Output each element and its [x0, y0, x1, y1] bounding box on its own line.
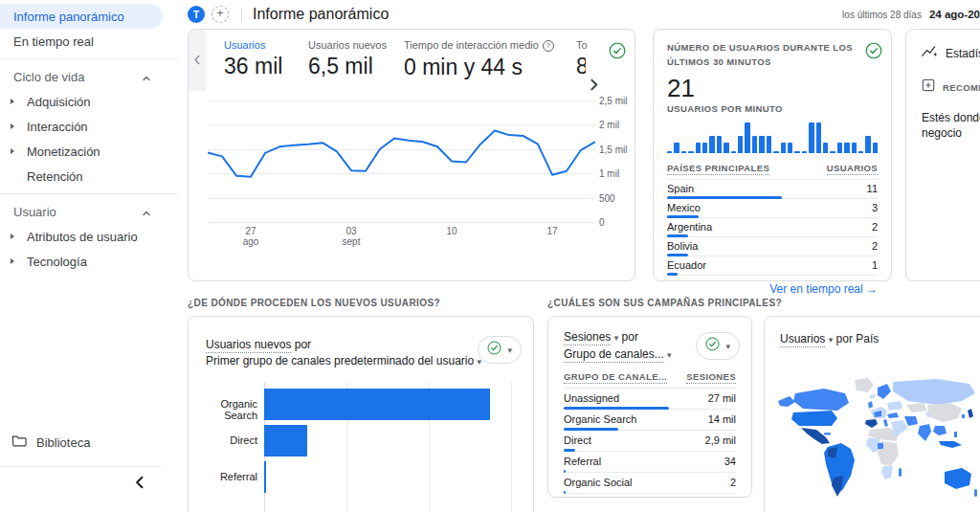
sidebar-divider — [0, 466, 163, 467]
chevron-up-icon[interactable] — [142, 207, 151, 221]
session-row-organic-social[interactable]: Organic Social2 — [564, 473, 736, 494]
sidebar-item-biblioteca[interactable]: Biblioteca — [0, 429, 90, 456]
overview-card: Usuarios36 milUsuarios nuevos6,5 milTiem… — [188, 29, 635, 281]
dimension-selector[interactable]: Primer grupo de canales predeterminado d… — [206, 353, 481, 370]
expand-arrow-icon[interactable] — [11, 258, 14, 264]
metric-usuarios-nuevos[interactable]: Usuarios nuevos6,5 mil — [308, 39, 396, 80]
country-name: Spain — [667, 183, 694, 194]
country-users: 1 — [872, 259, 878, 271]
minute-bar — [809, 122, 813, 153]
session-row-referral[interactable]: Referral34 — [564, 452, 736, 473]
bar-label: Referral — [189, 471, 257, 482]
sidebar-item-retencion[interactable]: Retención — [0, 164, 178, 189]
folder-icon — [11, 434, 27, 450]
minute-bar — [802, 151, 807, 153]
metric-label: Usuarios — [224, 39, 301, 51]
session-row-organic-search[interactable]: Organic Search14 mil — [564, 410, 736, 431]
card-options-button[interactable]: ▾ — [696, 332, 740, 360]
minute-bar — [844, 143, 849, 153]
page-title: Informe panorámico — [253, 6, 389, 23]
world-map[interactable] — [774, 376, 980, 512]
sidebar-item-informe-panoramico[interactable]: Informe panorámico — [0, 4, 163, 29]
minute-bar — [738, 136, 743, 153]
metric-label: Tiempo de interacción medio? — [404, 39, 568, 52]
expand-arrow-icon[interactable] — [11, 99, 14, 104]
x-axis-labels: 27ago03sept1017 — [208, 226, 595, 251]
sessions-card: Sesiones ▾ por Grupo de canales... ▾ ▾ G… — [547, 316, 752, 498]
plus-box-icon — [922, 78, 935, 96]
expand-arrow-icon[interactable] — [11, 234, 14, 239]
country-row-spain[interactable]: Spain11 — [667, 180, 878, 199]
minute-bar — [674, 143, 679, 153]
minute-bar — [781, 143, 786, 153]
sessions-value: 34 — [724, 456, 736, 467]
minute-bar — [731, 151, 736, 153]
metric-value: 8 — [576, 54, 586, 79]
minute-bar — [717, 136, 722, 153]
sidebar-item-adquisicion[interactable]: Adquisición — [0, 89, 178, 114]
sidebar-item-atributos-de-usuario[interactable]: Atributos de usuario — [0, 224, 178, 249]
y-axis-tick: 2 mil — [599, 120, 619, 130]
metric-tiempo-de-interaccion-medio[interactable]: Tiempo de interacción medio?0 min y 44 s — [404, 39, 568, 80]
minute-bar — [858, 151, 863, 153]
sidebar-collapse-button[interactable] — [128, 474, 149, 495]
sidebar-item-interaccion[interactable]: Interacción — [0, 114, 178, 139]
sessions-value: 2 — [730, 477, 736, 488]
country-name: Argentina — [667, 221, 712, 233]
metrics-prev-button[interactable] — [189, 30, 206, 91]
arrow-right-icon: → — [866, 282, 878, 296]
expand-arrow-icon[interactable] — [11, 148, 14, 154]
sidebar-item-monetizacion[interactable]: Monetización — [0, 139, 178, 164]
view-realtime-link[interactable]: Ver en tiempo real → — [667, 282, 878, 296]
avatar[interactable]: T — [188, 6, 205, 23]
sidebar-item-en-tiempo-real[interactable]: En tiempo real — [0, 29, 178, 54]
data-quality-check-icon[interactable] — [865, 42, 882, 63]
country-users: 2 — [872, 221, 878, 233]
session-row-direct[interactable]: Direct2,9 mil — [564, 431, 736, 452]
minute-bar — [852, 143, 857, 153]
line-chart-plot[interactable] — [208, 100, 595, 222]
new-users-question: ¿DE DÓNDE PROCEDEN LOS NUEVOS USUARIOS? — [188, 298, 440, 308]
horizontal-bar-chart[interactable]: Organic SearchDirectReferral — [189, 382, 533, 512]
data-quality-check-icon[interactable] — [609, 42, 626, 63]
minute-bar — [873, 143, 878, 153]
country-users: 3 — [872, 202, 878, 213]
metric-selector[interactable]: Usuarios nuevos — [206, 338, 291, 353]
users-per-minute-chart[interactable] — [667, 121, 878, 153]
recommendations-header[interactable]: RECOME — [922, 78, 980, 96]
minute-bar — [702, 143, 707, 153]
country-row-ecuador[interactable]: Ecuador1 — [667, 256, 878, 276]
date-range-label: los últimos 28 días — [842, 10, 922, 20]
countries-table-header: PAÍSES PRINCIPALES USUARIOS — [667, 163, 878, 180]
metric-to[interactable]: To8 — [576, 39, 588, 80]
expand-arrow-icon[interactable] — [11, 123, 14, 129]
country-row-mexico[interactable]: Mexico3 — [667, 199, 878, 218]
users-column-header: USUARIOS — [827, 163, 878, 175]
metric-selector[interactable]: Sesiones — [564, 330, 611, 345]
metric-selector[interactable]: Usuarios — [780, 332, 825, 347]
session-row-unassigned[interactable]: Unassigned27 mil — [564, 389, 736, 410]
country-name: Mexico — [667, 202, 701, 213]
metric-value: 36 mil — [224, 54, 301, 79]
y-axis-tick: 1,5 mil — [599, 145, 627, 155]
minute-bar — [830, 151, 835, 153]
metrics-next-button[interactable] — [590, 78, 598, 95]
channel-column-header: GRUPO DE CANALE... — [564, 371, 667, 384]
sidebar-item-tecnologia[interactable]: Tecnología — [0, 249, 178, 274]
sidebar-item-usuario[interactable]: Usuario — [0, 199, 178, 224]
help-icon[interactable]: ? — [543, 40, 554, 52]
country-row-bolivia[interactable]: Bolivia2 — [667, 237, 878, 256]
add-comparison-button[interactable]: + — [212, 6, 229, 23]
country-row-argentina[interactable]: Argentina2 — [667, 218, 878, 237]
chevron-up-icon[interactable] — [142, 72, 151, 86]
insights-header[interactable]: Estadíst — [922, 44, 980, 62]
country-name: Ecuador — [667, 259, 706, 271]
channel-name: Organic Search — [564, 413, 636, 425]
metric-usuarios[interactable]: Usuarios36 mil — [224, 39, 301, 80]
card-options-button[interactable]: ▾ — [478, 336, 522, 364]
sidebar-item-ciclo-de-vida[interactable]: Ciclo de vida — [0, 64, 178, 89]
map-card: Usuarios ▾ por País — [764, 316, 980, 512]
metric-value: 0 min y 44 s — [404, 55, 568, 80]
minute-bar — [865, 136, 870, 153]
date-range-picker[interactable]: 24 ago-20 — [929, 9, 980, 20]
